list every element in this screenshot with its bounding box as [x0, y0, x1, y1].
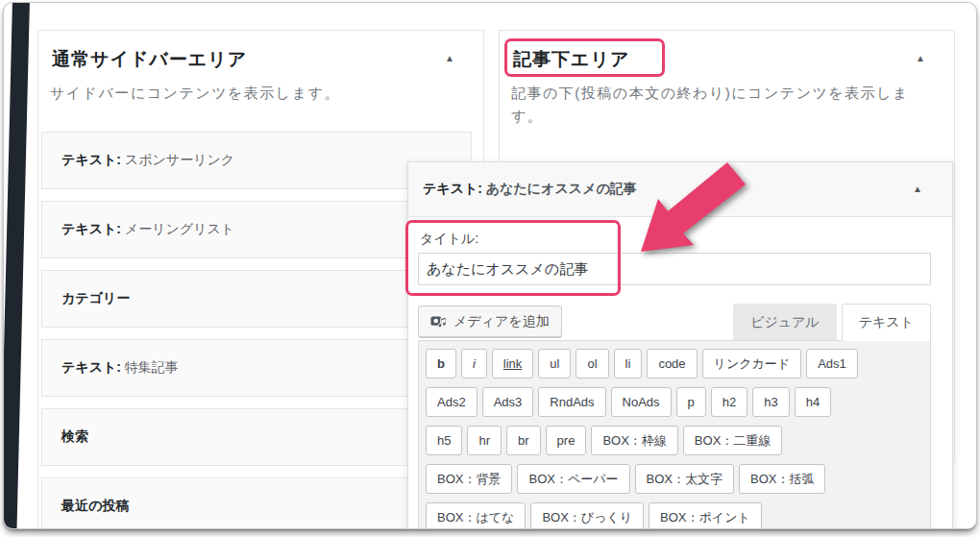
quicktag-box[interactable]: BOX：ペーパー: [517, 464, 629, 494]
quicktag-ads2[interactable]: Ads2: [426, 387, 478, 417]
widget-title: スポンサーリンク: [121, 152, 234, 169]
text-widget-editor-header[interactable]: テキスト: あなたにオススメの記事 ▲: [408, 162, 952, 217]
sidebar-area-title: 通常サイドバーエリア: [52, 47, 247, 72]
quicktag-h4[interactable]: h4: [795, 387, 831, 417]
quicktag-pre[interactable]: pre: [546, 426, 587, 455]
quicktag-noads[interactable]: NoAds: [611, 387, 672, 417]
quicktag-ol[interactable]: ol: [576, 349, 608, 378]
quicktag-box[interactable]: BOX：二重線: [683, 426, 782, 455]
quicktag-link[interactable]: link: [492, 349, 534, 378]
quicktag-ads1[interactable]: Ads1: [806, 349, 858, 378]
add-media-button[interactable]: メディアを追加: [418, 305, 562, 337]
quicktag-box[interactable]: BOX：びっくり: [530, 502, 644, 529]
collapse-toggle-icon[interactable]: ▲: [913, 184, 922, 194]
widget-title: 特集記事: [121, 359, 179, 377]
widget-name: テキスト:: [61, 152, 121, 169]
quicktag-h5[interactable]: h5: [426, 426, 462, 455]
quicktag-rndads[interactable]: RndAds: [538, 387, 605, 417]
quicktag-row: h5hrbrpreBOX：枠線BOX：二重線: [426, 426, 923, 455]
tab-text[interactable]: テキスト: [842, 304, 931, 341]
text-widget-editor-body: タイトル: メディアを追加 ビジュアルテキスト bilinkulollicode…: [408, 217, 952, 529]
quicktag-ads3[interactable]: Ads3: [482, 387, 534, 417]
widget-title: あなたにオススメの記事: [482, 181, 637, 198]
quicktag-row: Ads2Ads3RndAdsNoAdsph2h3h4: [426, 387, 923, 417]
quicktag-box[interactable]: BOX：ポイント: [649, 502, 762, 529]
quicktag-br[interactable]: br: [506, 426, 541, 455]
quicktag-box[interactable]: BOX：はてな: [426, 502, 526, 529]
widget-title: メーリングリスト: [121, 221, 234, 238]
widget-name: テキスト:: [61, 221, 121, 238]
editor-tabs: ビジュアルテキスト: [728, 304, 931, 340]
sidebar-area-description: サイドバーにコンテンツを表示します。: [50, 82, 340, 105]
quicktag-box[interactable]: BOX：背景: [426, 464, 512, 494]
title-input[interactable]: [418, 253, 931, 285]
screenshot-frame: 通常サイドバーエリア ▲ サイドバーにコンテンツを表示します。 テキスト: スポ…: [3, 2, 977, 529]
title-field-label: タイトル:: [420, 231, 931, 248]
add-media-icon: [430, 314, 447, 329]
media-tab-row: メディアを追加 ビジュアルテキスト: [418, 304, 931, 340]
quicktag-box[interactable]: BOX：太文字: [635, 464, 734, 494]
collapse-toggle-icon[interactable]: ▲: [916, 54, 925, 63]
below-article-area-description: 記事の下(投稿の本文の終わり)にコンテンツを表示します。: [511, 82, 939, 128]
widget-name: テキスト:: [61, 359, 121, 377]
quicktag-h2[interactable]: h2: [711, 387, 747, 417]
widget-name: テキスト:: [423, 181, 482, 198]
below-article-area-title: 記事下エリア: [513, 47, 629, 72]
quicktag-b[interactable]: b: [426, 349, 456, 378]
quicktags-toolbar: bilinkulollicodeリンクカードAds1Ads2Ads3RndAds…: [418, 340, 931, 529]
quicktag-i[interactable]: i: [461, 349, 487, 378]
quicktag-[interactable]: リンクカード: [702, 349, 802, 378]
quicktag-box[interactable]: BOX：枠線: [591, 426, 677, 455]
quicktag-p[interactable]: p: [676, 387, 706, 417]
quicktag-code[interactable]: code: [647, 349, 697, 378]
widget-name: カテゴリー: [61, 290, 130, 307]
widget-name: 最近の投稿: [61, 498, 129, 515]
quicktag-row: BOX：はてなBOX：びっくりBOX：ポイント: [426, 502, 923, 529]
quicktag-row: BOX：背景BOX：ペーパーBOX：太文字BOX：括弧: [426, 464, 923, 494]
add-media-label: メディアを追加: [453, 313, 550, 330]
quicktag-row: bilinkulollicodeリンクカードAds1: [426, 349, 923, 378]
quicktag-ul[interactable]: ul: [538, 349, 571, 378]
quicktag-hr[interactable]: hr: [467, 426, 502, 455]
widget-name: 検索: [61, 428, 88, 446]
text-widget-editor: テキスト: あなたにオススメの記事 ▲ タイトル: メディアを追加 ビジュアルテ…: [407, 161, 953, 529]
quicktag-box[interactable]: BOX：括弧: [739, 464, 825, 494]
quicktag-li[interactable]: li: [614, 349, 643, 378]
admin-menu-edge: [3, 2, 30, 529]
quicktag-h3[interactable]: h3: [752, 387, 789, 417]
tab-visual[interactable]: ビジュアル: [733, 304, 837, 340]
collapse-toggle-icon[interactable]: ▲: [445, 54, 454, 63]
